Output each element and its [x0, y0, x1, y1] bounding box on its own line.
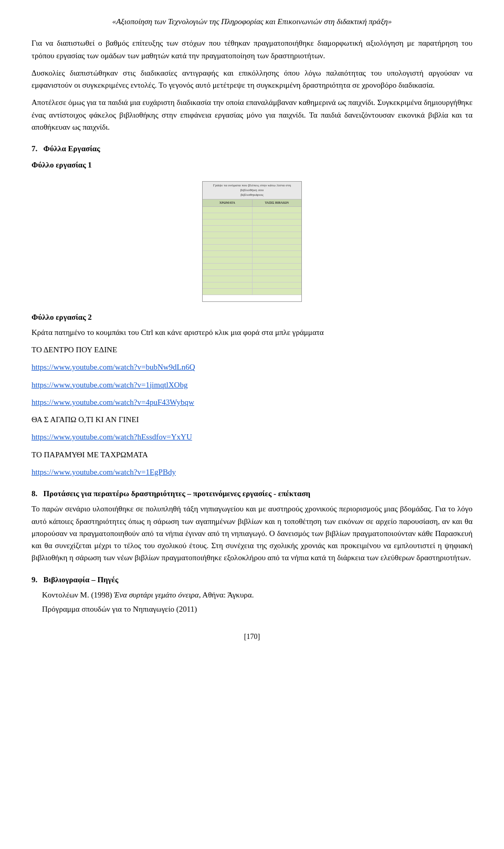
section-7-heading: Φύλλα Εργασίας	[44, 144, 100, 153]
to-paramythi: ΤΟ ΠΑΡΑΜΥΘΙ ΜΕ ΤΑΧΡΩΜΑΤΑ	[32, 449, 472, 461]
section-7: 7. Φύλλα Εργασίας Φύλλο εργασίας 1 Γράψε…	[32, 143, 472, 478]
ws-col-1: ΧΡΩΜΑΤΑ	[203, 200, 253, 206]
link-2[interactable]: https://www.youtube.com/watch?v=1jimqtlX…	[32, 379, 472, 391]
to-kentro: ΤΟ ΔΕΝΤΡΟ ΠΟΥ ΕΔΙΝΕ	[32, 344, 472, 356]
paragraph-2: Δυσκολίες διαπιστώθηκαν στις διαδικασίες…	[32, 67, 472, 92]
section-8-text: Το παρών σενάριο υλοποιήθηκε σε πολυπληθ…	[32, 503, 472, 564]
section-9-heading: Βιβλιογραφία – Πηγές	[44, 575, 119, 584]
ws-rows	[203, 207, 301, 295]
ws-header: Γράψε τα ονόματα που βλέπεις στην κάτω λ…	[203, 182, 301, 200]
link-3[interactable]: https://www.youtube.com/watch?v=4puF43Wy…	[32, 396, 472, 408]
sheet1-label: Φύλλο εργασίας 1	[32, 159, 472, 171]
paragraph-3: Αποτέλεσε όμως για τα παιδιά μια ευχάρισ…	[32, 97, 472, 133]
ws-columns: ΧΡΩΜΑΤΑ ΤΑΞΙΣ ΒΙΒΛΙΩΝ	[203, 200, 301, 207]
ws-col-2: ΤΑΞΙΣ ΒΙΒΛΙΩΝ	[253, 200, 302, 206]
tha-s-agapo: ΘΑ Σ ΑΓΑΠΩ Ο,ΤΙ ΚΙ ΑΝ ΓΙΝΕΙ	[32, 414, 472, 426]
link-4[interactable]: https://www.youtube.com/watch?hEssdfov=Y…	[32, 431, 472, 443]
section-8: 8. Προτάσεις για περαιτέρω δραστηριότητε…	[32, 488, 472, 564]
page-number: [170]	[32, 631, 472, 643]
worksheet-box: Γράψε τα ονόματα που βλέπεις στην κάτω λ…	[202, 181, 302, 302]
link-5[interactable]: https://www.youtube.com/watch?v=1EgPBdy	[32, 466, 472, 478]
section-8-heading: Προτάσεις για περαιτέρω δραστηριότητες –…	[44, 489, 311, 498]
paragraph-1: Για να διαπιστωθεί ο βαθμός επίτευξης τω…	[32, 37, 472, 62]
bib-entry-2: Πρόγραμμα σπουδών για το Νηπιαγωγείο (20…	[42, 603, 472, 615]
sheet2-label: Φύλλο εργασίας 2	[32, 311, 472, 323]
worksheet-image: Γράψε τα ονόματα που βλέπεις στην κάτω λ…	[32, 181, 472, 302]
page-title: «Αξιοποίηση των Τεχνολογιών της Πληροφορ…	[32, 16, 472, 28]
sheet2-text: Κράτα πατημένο το κουμπάκι του Ctrl και …	[32, 327, 472, 339]
section-7-number: 7.	[32, 144, 37, 153]
link-1[interactable]: https://www.youtube.com/watch?v=bubNw9dL…	[32, 361, 472, 373]
section-9-number: 9.	[32, 575, 37, 584]
section-8-number: 8.	[32, 489, 37, 498]
bib-entry-1: Κοντολέων Μ. (1998) Ένα συρτάρι γεμάτο ό…	[42, 589, 472, 601]
section-9: 9. Βιβλιογραφία – Πηγές Κοντολέων Μ. (19…	[32, 574, 472, 616]
